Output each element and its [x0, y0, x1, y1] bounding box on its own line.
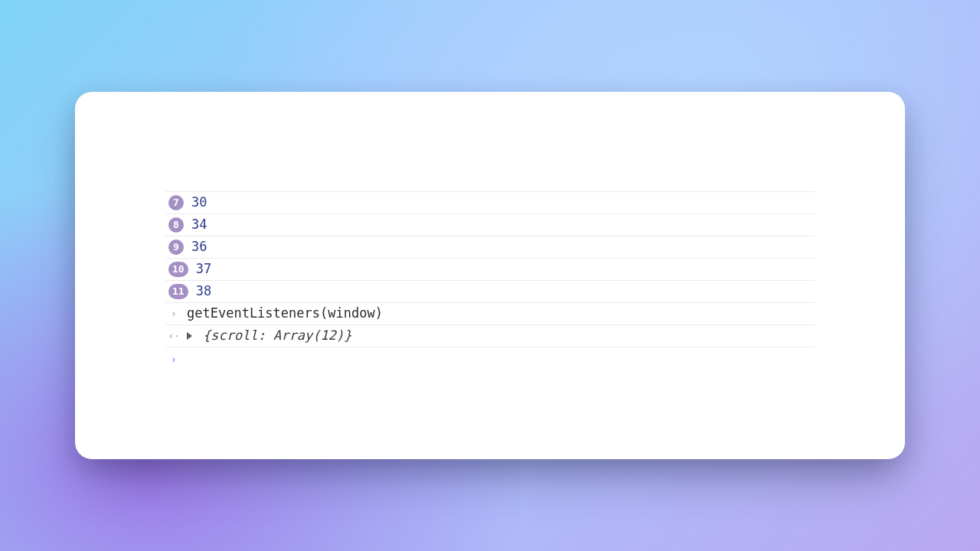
console-prompt-row[interactable]: ›	[165, 347, 815, 370]
prompt-chevron-icon: ›	[168, 353, 179, 367]
log-row[interactable]: 11 38	[165, 281, 815, 303]
log-row[interactable]: 8 34	[165, 214, 815, 236]
repeat-count-badge: 7	[168, 195, 184, 210]
log-value: 38	[196, 282, 211, 301]
console-command-text: getEventListeners(window)	[187, 305, 383, 323]
console-output-row[interactable]: ‹· {scroll: Array(12)}	[165, 325, 815, 347]
log-row[interactable]: 9 36	[165, 236, 815, 259]
log-row[interactable]: 7 30	[165, 192, 815, 214]
log-value: 30	[191, 194, 207, 212]
log-value: 34	[191, 216, 207, 234]
log-value: 36	[191, 238, 207, 256]
console-log: 7 30 8 34 9 36 10 37 11 38 › getEventLis…	[165, 191, 815, 370]
log-value: 37	[196, 260, 211, 279]
repeat-count-badge: 10	[168, 262, 188, 277]
input-chevron-icon: ›	[168, 307, 179, 321]
object-summary[interactable]: {scroll: Array(12)}	[203, 327, 351, 345]
console-card: 7 30 8 34 9 36 10 37 11 38 › getEventLis…	[75, 92, 905, 459]
repeat-count-badge: 8	[168, 217, 184, 233]
console-input-row[interactable]: › getEventListeners(window)	[165, 303, 815, 325]
expand-caret-icon[interactable]	[187, 332, 192, 340]
repeat-count-badge: 9	[168, 240, 184, 255]
log-row[interactable]: 10 37	[165, 259, 815, 281]
output-chevron-icon: ‹·	[168, 329, 179, 343]
repeat-count-badge: 11	[168, 284, 188, 299]
